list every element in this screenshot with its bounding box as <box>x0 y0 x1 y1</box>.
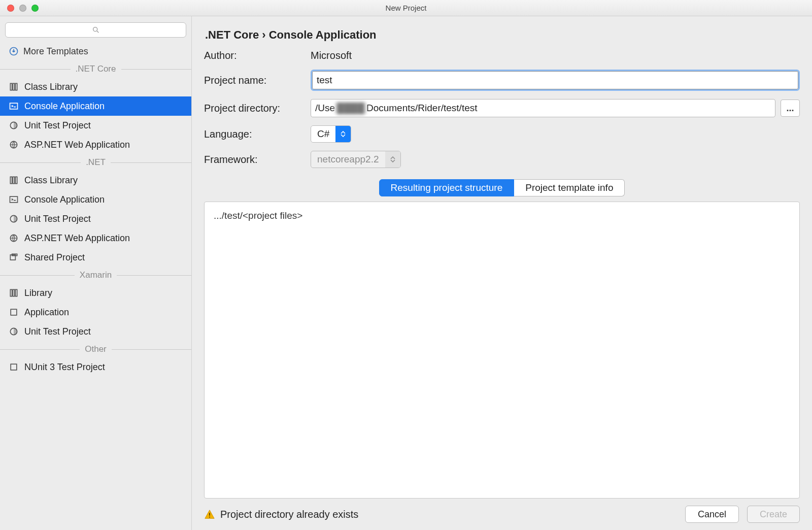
sidebar-item-console-app[interactable]: Console Application <box>0 190 191 209</box>
more-templates-label: More Templates <box>23 46 88 57</box>
section-header-netcore: .NET Core <box>0 61 191 77</box>
sidebar-item-label: Unit Test Project <box>24 120 91 131</box>
tab-template-info[interactable]: Project template info <box>514 179 625 196</box>
search-icon <box>92 26 100 34</box>
sidebar-item-application[interactable]: Application <box>0 303 191 322</box>
sidebar-item-aspnet[interactable]: ASP.NET Web Application <box>0 135 191 154</box>
sidebar-item-label: Console Application <box>24 194 105 205</box>
download-icon <box>8 46 19 57</box>
author-value: Microsoft <box>311 50 800 61</box>
svg-rect-19 <box>15 289 17 296</box>
sidebar-item-shared[interactable]: Shared Project <box>0 248 191 267</box>
unit-test-icon <box>8 326 19 337</box>
framework-select[interactable]: netcoreapp2.2 <box>311 151 401 168</box>
project-dir-input[interactable]: /Use████Documents/Rider/test/test <box>311 99 775 117</box>
sidebar-item-label: Console Application <box>24 101 105 112</box>
svg-rect-24 <box>209 517 210 518</box>
framework-value: netcoreapp2.2 <box>311 154 385 165</box>
project-name-label: Project name: <box>204 75 311 86</box>
svg-rect-12 <box>10 196 18 203</box>
svg-rect-5 <box>15 83 17 90</box>
titlebar: New Project <box>0 0 812 16</box>
svg-rect-20 <box>11 309 17 315</box>
sidebar-item-label: ASP.NET Web Application <box>24 233 130 244</box>
section-header-other: Other <box>0 341 191 357</box>
warning-message: Project directory already exists <box>204 509 358 520</box>
language-label: Language: <box>204 128 311 140</box>
svg-rect-22 <box>11 364 17 370</box>
sidebar-item-label: ASP.NET Web Application <box>24 140 130 150</box>
sidebar-item-aspnet[interactable]: ASP.NET Web Application <box>0 228 191 248</box>
sidebar-item-unit-test[interactable]: Unit Test Project <box>0 116 191 135</box>
more-templates-link[interactable]: More Templates <box>0 42 191 61</box>
project-name-field-wrap <box>311 70 800 91</box>
create-button: Create <box>747 506 800 523</box>
sidebar-item-unit-test[interactable]: Unit Test Project <box>0 322 191 341</box>
sidebar-item-class-library[interactable]: Class Library <box>0 171 191 190</box>
sidebar-item-library[interactable]: Library <box>0 283 191 303</box>
browse-button[interactable]: ... <box>781 100 800 117</box>
svg-rect-17 <box>10 289 12 296</box>
svg-rect-18 <box>13 289 14 296</box>
app-icon <box>8 361 19 373</box>
redacted-text: ████ <box>335 103 366 114</box>
warning-icon <box>204 509 215 520</box>
shared-icon <box>8 252 19 263</box>
section-header-xamarin: Xamarin <box>0 267 191 283</box>
project-dir-label: Project directory: <box>204 103 311 114</box>
framework-label: Framework: <box>204 154 311 165</box>
sidebar-item-label: Library <box>24 288 52 299</box>
svg-rect-4 <box>13 83 14 90</box>
svg-line-1 <box>97 31 98 32</box>
sidebar-item-class-library[interactable]: Class Library <box>0 77 191 96</box>
sidebar-item-label: Class Library <box>24 175 78 186</box>
breadcrumb: .NET Core›Console Application <box>205 28 800 42</box>
unit-test-icon <box>8 213 19 224</box>
cancel-button[interactable]: Cancel <box>685 506 739 523</box>
section-header-net: .NET <box>0 154 191 171</box>
library-icon <box>8 81 19 92</box>
svg-rect-10 <box>13 177 14 183</box>
language-select[interactable]: C# <box>311 125 351 143</box>
svg-rect-23 <box>209 513 210 516</box>
globe-icon <box>8 233 19 244</box>
chevron-updown-icon <box>385 151 400 168</box>
svg-rect-6 <box>10 103 18 109</box>
tabs: Resulting project structure Project temp… <box>204 179 800 196</box>
sidebar-item-label: Shared Project <box>24 252 85 263</box>
language-value: C# <box>311 128 335 140</box>
sidebar-item-label: Unit Test Project <box>24 214 91 224</box>
project-name-input[interactable] <box>312 71 798 89</box>
sidebar: More Templates .NET Core Class Library C… <box>0 16 192 530</box>
library-icon <box>8 287 19 299</box>
library-icon <box>8 175 19 186</box>
author-label: Author: <box>204 50 311 61</box>
console-icon <box>8 101 19 112</box>
tab-structure[interactable]: Resulting project structure <box>379 179 515 196</box>
svg-rect-3 <box>10 83 12 90</box>
svg-rect-9 <box>10 177 12 183</box>
result-structure-box: .../test/<project files> <box>204 202 800 499</box>
sidebar-item-label: NUnit 3 Test Project <box>24 362 105 373</box>
app-icon <box>8 307 19 318</box>
svg-rect-11 <box>15 177 17 183</box>
sidebar-item-nunit[interactable]: NUnit 3 Test Project <box>0 357 191 377</box>
sidebar-item-console-app[interactable]: Console Application <box>0 96 191 116</box>
window-title: New Project <box>0 4 812 12</box>
sidebar-item-label: Application <box>24 307 69 318</box>
unit-test-icon <box>8 120 19 131</box>
content-panel: .NET Core›Console Application Author: Mi… <box>192 16 812 530</box>
svg-point-0 <box>93 27 97 31</box>
sidebar-item-label: Unit Test Project <box>24 326 91 337</box>
search-input[interactable] <box>5 22 186 38</box>
sidebar-item-label: Class Library <box>24 82 78 92</box>
result-line: .../test/<project files> <box>214 210 790 221</box>
sidebar-item-unit-test[interactable]: Unit Test Project <box>0 209 191 228</box>
globe-icon <box>8 139 19 150</box>
console-icon <box>8 194 19 205</box>
chevron-updown-icon <box>335 126 351 142</box>
